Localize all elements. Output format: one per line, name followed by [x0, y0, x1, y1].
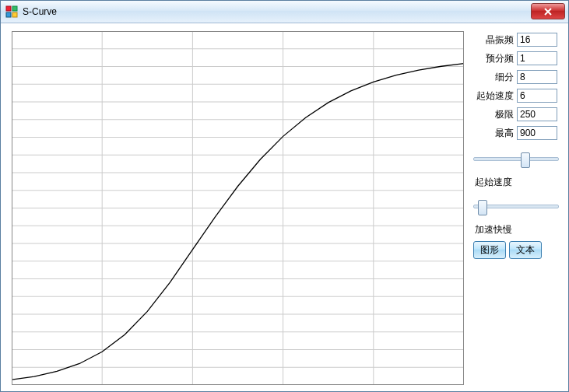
svg-rect-1 [12, 6, 17, 11]
slider-2-thumb[interactable] [478, 200, 487, 215]
app-icon [5, 5, 18, 18]
param-row-subdivision: 细分 [470, 68, 562, 86]
slider-1-wrap [473, 151, 559, 165]
close-button[interactable] [531, 3, 565, 19]
button-row: 图形 文本 [473, 241, 562, 259]
param-row-crystal: 晶振频 [470, 31, 562, 48]
slider-1-rail [473, 157, 559, 161]
param-row-start-speed: 起始速度 [470, 87, 562, 104]
start-speed-input[interactable] [517, 89, 557, 103]
titlebar: S-Curve [1, 1, 568, 23]
subdivision-label: 细分 [470, 71, 517, 84]
max-label: 最高 [470, 127, 517, 140]
window-title: S-Curve [23, 6, 57, 17]
slider-1[interactable] [473, 151, 559, 165]
svg-rect-3 [12, 12, 17, 17]
prescaler-input[interactable] [517, 51, 557, 65]
param-row-prescaler: 预分频 [470, 50, 562, 67]
accel-section-label: 加速快慢 [475, 223, 562, 236]
side-panel: 晶振频 预分频 细分 起始速度 极限 最高 [470, 31, 562, 385]
crystal-freq-input[interactable] [517, 33, 557, 47]
start-speed-label: 起始速度 [470, 89, 517, 103]
crystal-freq-label: 晶振频 [470, 33, 517, 47]
limit-label: 极限 [470, 108, 517, 121]
param-row-limit: 极限 [470, 106, 562, 123]
slider-2-wrap [473, 198, 559, 212]
max-input[interactable] [517, 126, 557, 140]
text-button[interactable]: 文本 [509, 241, 542, 259]
prescaler-label: 预分频 [470, 52, 517, 65]
svg-rect-2 [6, 12, 11, 17]
graph-button[interactable]: 图形 [473, 241, 506, 259]
slider-2[interactable] [473, 198, 559, 212]
close-icon [543, 8, 553, 16]
subdivision-input[interactable] [517, 70, 557, 84]
svg-rect-0 [6, 6, 11, 11]
chart-border [12, 31, 464, 385]
param-row-max: 最高 [470, 124, 562, 142]
client-area: 晶振频 预分频 细分 起始速度 极限 最高 [1, 23, 568, 391]
start-speed-section-label: 起始速度 [475, 176, 562, 189]
limit-input[interactable] [517, 107, 557, 121]
chart-area [12, 31, 464, 385]
app-window: S-Curve 晶振频 预分频 细分 起始速 [0, 0, 569, 392]
slider-1-thumb[interactable] [521, 152, 530, 168]
